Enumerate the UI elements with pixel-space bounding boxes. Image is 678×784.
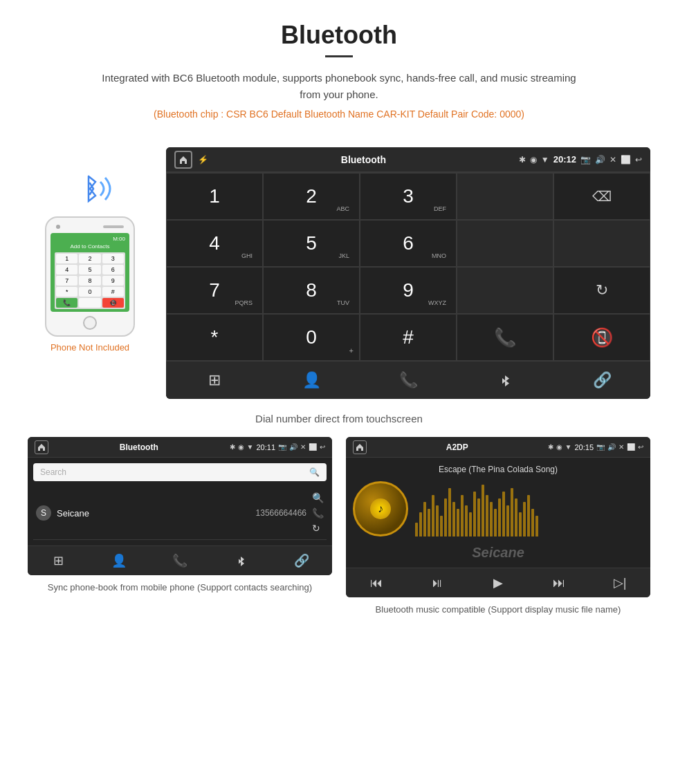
phone-key-2[interactable]: 2	[79, 254, 100, 263]
phone-key-star[interactable]: *	[56, 287, 77, 297]
pb-nav-person[interactable]: 👤	[89, 546, 149, 575]
music-screen: A2DP ✱ ◉ ▼ 20:15 📷 🔊 ✕ ⬜ ↩ Escape (The P…	[346, 437, 650, 597]
phonebook-caption: Sync phone-book from mobile phone (Suppo…	[48, 581, 312, 595]
phone-key-8[interactable]: 8	[79, 276, 100, 286]
phone-key-9[interactable]: 9	[102, 276, 124, 286]
pb-home-icon[interactable]	[35, 440, 48, 454]
dial-key-1[interactable]: 1	[166, 173, 263, 220]
bottom-screens: Bluetooth ✱ ◉ ▼ 20:11 📷 🔊 ✕ ⬜ ↩ Search �	[0, 437, 678, 631]
music-x-icon: ✕	[619, 443, 624, 451]
music-home-icon[interactable]	[353, 440, 367, 454]
main-screen-area: M:00 Add to Contacts 1 2 3 4 5 6 7 8 9 *…	[0, 140, 678, 406]
viz-bar	[461, 495, 464, 536]
viz-bar	[531, 509, 534, 536]
page-header: Bluetooth Integrated with BC6 Bluetooth …	[0, 0, 678, 140]
dial-refresh[interactable]: ↻	[553, 267, 650, 314]
phone-key-5[interactable]: 5	[79, 265, 100, 274]
pb-call-action[interactable]: 📞	[312, 507, 324, 519]
viz-bar	[440, 516, 443, 536]
phone-screen-time: M:00	[55, 236, 125, 242]
dial-key-0[interactable]: 0 +	[263, 314, 360, 361]
phone-key-call[interactable]: 📞	[56, 298, 77, 308]
viz-bar	[432, 495, 434, 536]
statusbar-left: ⚡	[174, 151, 208, 169]
viz-bar	[494, 509, 497, 536]
phone-key-1[interactable]: 1	[56, 254, 77, 263]
music-caption: Bluetooth music compatible (Support disp…	[376, 603, 621, 617]
nav-call[interactable]: 📞	[360, 362, 457, 399]
music-scr-icon: ⬜	[627, 443, 635, 451]
phone-key-end[interactable]: 📵	[102, 298, 124, 308]
pb-x-icon: ✕	[300, 443, 306, 451]
dial-key-5[interactable]: 5 JKL	[263, 220, 360, 267]
pb-vol-icon: 🔊	[289, 443, 297, 451]
viz-bar	[465, 505, 468, 536]
pb-sync-action[interactable]: ↻	[312, 523, 324, 534]
pb-nav-link[interactable]: 🔗	[271, 546, 332, 575]
phone-keypad: 1 2 3 4 5 6 7 8 9 * 0 # 📞 📵	[55, 252, 125, 309]
page-description: Integrated with BC6 Bluetooth module, su…	[97, 70, 581, 103]
search-icon: 🔍	[309, 467, 320, 477]
viz-bar	[448, 488, 451, 536]
viz-bar	[502, 492, 505, 536]
statusbar-right: ✱ ◉ ▼ 20:12 📷 🔊 ✕ ⬜ ↩	[519, 154, 642, 165]
music-prev[interactable]: ⏮	[346, 568, 407, 597]
dial-end-button[interactable]: 📵	[553, 314, 650, 361]
music-play[interactable]: ▶	[468, 568, 529, 597]
dial-key-hash[interactable]: #	[360, 314, 457, 361]
phonebook-wrap: Bluetooth ✱ ◉ ▼ 20:11 📷 🔊 ✕ ⬜ ↩ Search �	[28, 437, 332, 617]
phone-key-0[interactable]: 0	[79, 287, 100, 297]
phone-key-4[interactable]: 4	[56, 265, 77, 274]
dial-caption: Dial number direct from touchscreen	[0, 413, 678, 424]
nav-dialpad[interactable]: ⊞	[166, 362, 263, 399]
volume-icon: 🔊	[595, 155, 605, 165]
music-back-icon[interactable]: ↩	[638, 443, 643, 451]
pb-nav-phone[interactable]: 📞	[149, 546, 210, 575]
dial-call-button[interactable]: 📞	[457, 314, 553, 361]
pb-back-icon[interactable]: ↩	[320, 443, 325, 451]
search-placeholder: Search	[40, 467, 66, 477]
contact-row[interactable]: S Seicane 13566664466 🔍 📞 ↻	[33, 487, 327, 540]
dial-key-9[interactable]: 9 WXYZ	[360, 267, 457, 314]
dial-key-2[interactable]: 2 ABC	[263, 173, 360, 220]
search-bar[interactable]: Search 🔍	[33, 463, 327, 481]
music-title-bar: A2DP	[367, 442, 548, 452]
camera-icon: 📷	[580, 155, 591, 165]
phone-mockup-container: M:00 Add to Contacts 1 2 3 4 5 6 7 8 9 *…	[28, 168, 152, 353]
back-icon[interactable]: ↩	[635, 155, 642, 165]
phone-key-7[interactable]: 7	[56, 276, 77, 286]
home-icon[interactable]	[174, 151, 192, 169]
viz-bar	[477, 498, 480, 536]
music-wifi-icon: ▼	[565, 443, 572, 451]
nav-link[interactable]: 🔗	[553, 362, 650, 399]
dial-key-star[interactable]: *	[166, 314, 263, 361]
pb-nav-grid[interactable]: ⊞	[28, 546, 89, 575]
pb-search-action[interactable]: 🔍	[312, 492, 324, 503]
viz-bar	[498, 498, 501, 536]
dial-key-4[interactable]: 4 GHI	[166, 220, 263, 267]
dial-backspace[interactable]: ⌫	[553, 173, 650, 220]
dial-key-3[interactable]: 3 DEF	[360, 173, 457, 220]
pb-cam-icon: 📷	[278, 443, 286, 451]
viz-bar	[423, 502, 426, 536]
nav-contacts[interactable]: 👤	[263, 362, 360, 399]
music-skip[interactable]: ▷|	[589, 568, 650, 597]
dial-key-7[interactable]: 7 PQRS	[166, 267, 263, 314]
viz-bar	[482, 485, 484, 536]
phone-home-button[interactable]	[83, 316, 97, 330]
music-play-pause[interactable]: ⏯	[407, 568, 468, 597]
bt-icon: ✱	[519, 155, 526, 165]
music-vol-icon: 🔊	[607, 443, 616, 451]
dial-key-6[interactable]: 6 MNO	[360, 220, 457, 267]
pb-nav-bt[interactable]	[210, 546, 271, 575]
phonebook-title: Bluetooth	[48, 442, 230, 452]
music-next[interactable]: ⏭	[529, 568, 589, 597]
viz-bar	[452, 502, 455, 536]
dial-key-8[interactable]: 8 TUV	[263, 267, 360, 314]
phone-key-3[interactable]: 3	[102, 254, 124, 263]
nav-bluetooth[interactable]	[457, 362, 553, 399]
viz-bar	[535, 516, 538, 536]
wifi-icon: ▼	[541, 155, 549, 165]
phone-key-6[interactable]: 6	[102, 265, 124, 274]
phone-key-hash[interactable]: #	[102, 287, 124, 297]
